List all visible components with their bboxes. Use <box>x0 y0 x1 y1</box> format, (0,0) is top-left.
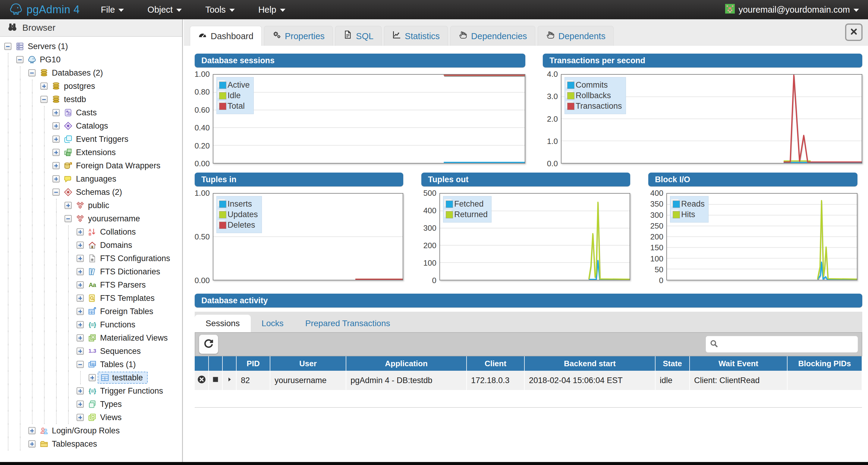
search-input[interactable] <box>721 340 854 349</box>
tree-item-sequences[interactable]: 1..3Sequences <box>0 344 182 358</box>
expand-row-button[interactable] <box>222 371 236 390</box>
tree-guide-line <box>68 238 69 252</box>
tree-expander-plus-icon[interactable] <box>76 295 84 302</box>
menu-object[interactable]: Object <box>147 5 182 15</box>
tree-expander-plus-icon[interactable] <box>76 321 84 328</box>
tree-expander-minus-icon[interactable] <box>64 215 72 222</box>
tree-item-label: Types <box>100 400 122 409</box>
tree-expander-plus-icon[interactable] <box>64 202 72 209</box>
tree-item-public[interactable]: public <box>0 199 182 212</box>
legend-item: Updates <box>219 210 258 219</box>
tree-item-collations[interactable]: ABCollations <box>0 225 182 238</box>
tree-expander-plus-icon[interactable] <box>76 255 84 262</box>
y-tick-label: 0.0 <box>547 159 558 168</box>
tree-item-servers-1[interactable]: Servers (1) <box>0 40 182 53</box>
tree-expander-plus-icon[interactable] <box>53 175 60 182</box>
tree-item-login-group-roles[interactable]: Login/Group Roles <box>0 424 182 437</box>
activity-tab-locks[interactable]: Locks <box>251 315 294 332</box>
tree-expander-minus-icon[interactable] <box>28 69 36 76</box>
tree-expander-plus-icon[interactable] <box>53 149 60 156</box>
tree-item-fts-dictionaries[interactable]: FTS Dictionaries <box>0 265 182 278</box>
tree-item-schemas-2[interactable]: Schemas (2) <box>0 186 182 199</box>
tree-guide-line <box>32 384 33 398</box>
tab-dependents[interactable]: Dependents <box>538 26 614 46</box>
tree-item-fts-configurations[interactable]: FTS Configurations <box>0 252 182 265</box>
menu-tools[interactable]: Tools <box>205 5 235 15</box>
tree-item-pg10[interactable]: PG10 <box>0 53 182 66</box>
tree-item-yourusername[interactable]: yourusername <box>0 212 182 225</box>
tree-expander-plus-icon[interactable] <box>53 109 60 116</box>
cancel-session-button[interactable] <box>195 371 209 390</box>
column-header-blocking-pids: Blocking PIDs <box>787 356 862 371</box>
tree-item-catalogs[interactable]: Catalogs <box>0 119 182 133</box>
tree-item-tablespaces[interactable]: Tablespaces <box>0 437 182 451</box>
tree-item-testdb[interactable]: testdb <box>0 93 182 106</box>
tree-item-databases-2[interactable]: Databases (2) <box>0 66 182 79</box>
tree-expander-plus-icon[interactable] <box>76 241 84 249</box>
tree-expander-plus-icon[interactable] <box>76 308 84 315</box>
tree-expander-plus-icon[interactable] <box>76 401 84 408</box>
user-menu[interactable]: youremail@yourdomain.com <box>725 4 859 16</box>
terminate-session-button[interactable] <box>209 371 222 390</box>
tree-item-tables-1[interactable]: Tables (1) <box>0 358 182 371</box>
refresh-button[interactable] <box>199 335 218 354</box>
tab-dashboard[interactable]: Dashboard <box>190 26 261 46</box>
tree-guide-line <box>8 318 8 331</box>
tree-selected-item[interactable]: testtable <box>98 372 148 384</box>
tree-guide-line <box>8 66 8 79</box>
tree-item-languages[interactable]: Languages <box>0 172 182 186</box>
legend-swatch <box>219 211 226 218</box>
tree-item-foreign-tables[interactable]: Foreign Tables <box>0 305 182 318</box>
tree-expander-plus-icon[interactable] <box>76 334 84 341</box>
tree-item-functions[interactable]: {≡}Functions <box>0 318 182 331</box>
tree-item-label: Catalogs <box>76 121 108 131</box>
y-tick-label: 0.50 <box>194 232 210 241</box>
tab-properties[interactable]: Properties <box>264 26 333 46</box>
tree-expander-plus-icon[interactable] <box>53 122 60 130</box>
tree-expander-minus-icon[interactable] <box>53 189 60 196</box>
tree-item-fts-templates[interactable]: FTS Templates <box>0 292 182 305</box>
tab-sql[interactable]: SQL <box>335 26 381 46</box>
tree-item-postgres[interactable]: postgres <box>0 79 182 93</box>
tree-expander-minus-icon[interactable] <box>40 96 48 103</box>
tree-expander-plus-icon[interactable] <box>76 414 84 421</box>
tree-expander-plus-icon[interactable] <box>89 374 96 381</box>
tab-statistics[interactable]: Statistics <box>384 26 448 46</box>
tree-item-event-triggers[interactable]: Event Triggers <box>0 133 182 146</box>
tree-expander-minus-icon[interactable] <box>76 361 84 368</box>
tree-item-views[interactable]: Views <box>0 411 182 424</box>
menu-label: File <box>101 5 115 15</box>
activity-tab-sessions[interactable]: Sessions <box>195 315 251 332</box>
tree-guide-line <box>8 278 8 292</box>
tree-item-label: Materialized Views <box>100 333 168 343</box>
tree-expander-plus-icon[interactable] <box>76 281 84 289</box>
tab-dependencies[interactable]: Dependencies <box>450 26 535 46</box>
tree-item-casts[interactable]: Casts <box>0 106 182 119</box>
tree-guide-line <box>44 358 44 371</box>
activity-tab-prepared-transactions[interactable]: Prepared Transactions <box>294 315 401 332</box>
tree-item-extensions[interactable]: Extensions <box>0 146 182 159</box>
tree-item-fts-parsers[interactable]: AaFTS Parsers <box>0 278 182 292</box>
tree-guide-line <box>8 225 8 238</box>
tree-expander-plus-icon[interactable] <box>76 268 84 275</box>
tree-guide-line <box>44 146 44 159</box>
tree-expander-plus-icon[interactable] <box>53 162 60 169</box>
tree-item-testtable[interactable]: testtable <box>0 371 182 384</box>
tree-expander-plus-icon[interactable] <box>76 228 84 235</box>
tree-expander-plus-icon[interactable] <box>28 440 36 447</box>
close-panel-button[interactable] <box>845 24 863 41</box>
tree-expander-minus-icon[interactable] <box>16 56 24 63</box>
tree-expander-plus-icon[interactable] <box>76 387 84 395</box>
tree-item-domains[interactable]: Domains <box>0 238 182 252</box>
tree-item-foreign-data-wrappers[interactable]: Foreign Data Wrappers <box>0 159 182 172</box>
tree-expander-plus-icon[interactable] <box>40 82 48 90</box>
menu-help[interactable]: Help <box>258 5 285 15</box>
tree-expander-plus-icon[interactable] <box>76 347 84 355</box>
tree-expander-minus-icon[interactable] <box>4 43 11 50</box>
tree-expander-plus-icon[interactable] <box>53 135 60 143</box>
tree-item-types[interactable]: Types <box>0 398 182 411</box>
tree-item-trigger-functions[interactable]: {≡}Trigger Functions <box>0 384 182 398</box>
tree-expander-plus-icon[interactable] <box>28 427 36 434</box>
menu-file[interactable]: File <box>101 5 124 15</box>
tree-item-materialized-views[interactable]: Materialized Views <box>0 331 182 344</box>
